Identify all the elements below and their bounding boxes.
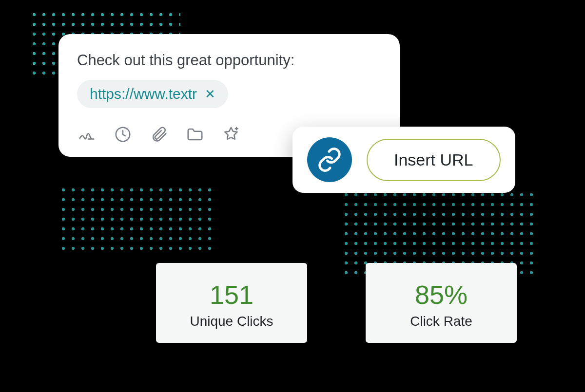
paperclip-icon[interactable] (149, 125, 169, 144)
stat-card-click-rate: 85% Click Rate (366, 263, 517, 343)
folder-icon[interactable] (185, 125, 205, 144)
link-icon[interactable] (307, 137, 352, 182)
stat-label: Unique Clicks (166, 314, 297, 329)
stat-value: 85% (375, 280, 507, 310)
url-chip-text: https://www.textr (90, 86, 197, 102)
stat-card-unique-clicks: 151 Unique Clicks (156, 263, 307, 343)
stat-label: Click Rate (375, 314, 507, 329)
star-sparkle-icon[interactable] (221, 125, 241, 144)
url-chip[interactable]: https://www.textr ✕ (77, 80, 228, 108)
insert-url-card: Insert URL (292, 127, 515, 193)
close-icon[interactable]: ✕ (205, 88, 215, 100)
clock-icon[interactable] (113, 125, 133, 144)
decorative-dots (58, 185, 214, 253)
stat-value: 151 (166, 280, 297, 310)
message-text[interactable]: Check out this great opportunity: (77, 52, 381, 69)
insert-url-button[interactable]: Insert URL (367, 139, 501, 181)
signature-icon[interactable] (77, 125, 97, 144)
